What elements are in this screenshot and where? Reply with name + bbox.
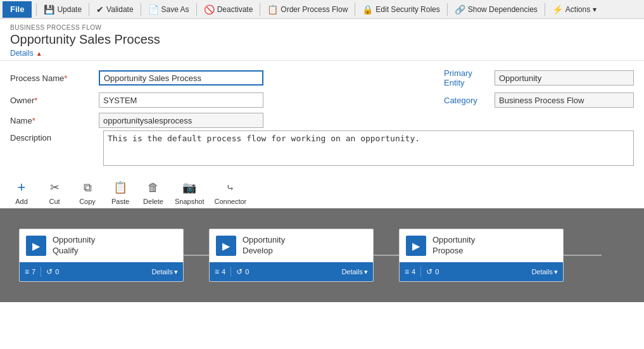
connector-line-2 <box>374 255 399 256</box>
stage-propose-steps: ≡ 4 <box>405 267 415 276</box>
loops-icon-3: ↺ <box>426 267 432 276</box>
actions-button[interactable]: ⚡ Actions ▾ <box>547 1 602 18</box>
deactivate-button[interactable]: 🚫 Deactivate <box>199 1 258 18</box>
stage-qualify-loops: ↺ 0 <box>46 267 59 276</box>
toolbar-separator-5 <box>260 3 260 16</box>
owner-input[interactable] <box>99 92 263 108</box>
paste-button[interactable]: 📋 Paste <box>109 179 132 205</box>
show-dependencies-button[interactable]: 🔗 Show Dependencies <box>450 1 543 18</box>
owner-label: Owner* <box>10 96 99 105</box>
stage-propose-details-btn[interactable]: Details ▾ <box>531 268 558 276</box>
steps-icon-3: ≡ <box>405 267 409 276</box>
loops-icon-1: ↺ <box>46 267 53 276</box>
process-name-label: Process Name* <box>10 73 99 83</box>
stage-propose-top: ▶ Opportunity Propose <box>400 229 563 262</box>
primary-entity-input <box>495 70 634 86</box>
toolbar-separator-6 <box>355 3 355 16</box>
copy-button[interactable]: ⧉ Copy <box>76 179 99 205</box>
stage-qualify-details-btn[interactable]: Details ▾ <box>151 268 178 276</box>
copy-icon: ⧉ <box>79 179 96 196</box>
canvas-area: ▶ Opportunity Qualify ≡ 7 ↺ 0 Details ▾ … <box>0 208 644 302</box>
cut-icon: ✂ <box>46 179 63 196</box>
process-toolbar: + Add ✂ Cut ⧉ Copy 📋 Paste 🗑 Delete 📷 Sn… <box>0 174 644 208</box>
stage-qualify-name: Opportunity Qualify <box>53 235 95 257</box>
required-marker-2: * <box>34 96 37 105</box>
page-header: BUSINESS PROCESS FLOW Opportunity Sales … <box>0 19 644 61</box>
stage-stat-sep-3 <box>420 267 421 277</box>
stage-propose-loops: ↺ 0 <box>426 267 439 276</box>
toolbar-separator-7 <box>447 3 448 16</box>
actions-chevron-icon: ▾ <box>593 5 597 14</box>
stage-propose-bottom: ≡ 4 ↺ 0 Details ▾ <box>400 262 563 281</box>
details-link[interactable]: Details ▲ <box>10 49 42 58</box>
description-textarea[interactable]: This is the default process flow for wor… <box>103 130 634 166</box>
primary-entity-label: Primary Entity <box>419 68 495 87</box>
edit-security-roles-icon: 🔒 <box>362 4 373 15</box>
stage-develop-details-btn[interactable]: Details ▾ <box>341 268 368 276</box>
stage-develop-loops: ↺ 0 <box>236 267 249 276</box>
connector-line-1 <box>184 255 209 256</box>
required-marker-3: * <box>32 116 35 125</box>
connector-line-end <box>564 255 602 256</box>
paste-icon: 📋 <box>111 179 129 196</box>
stage-develop[interactable]: ▶ Opportunity Develop ≡ 4 ↺ 0 Details ▾ <box>209 229 374 282</box>
stage-develop-steps: ≡ 4 <box>215 267 225 276</box>
toolbar-separator-2 <box>89 3 89 16</box>
name-label: Name* <box>10 116 99 125</box>
order-process-flow-icon: 📋 <box>267 4 278 15</box>
name-input[interactable] <box>99 113 263 128</box>
stage-propose-name: Opportunity Propose <box>432 235 475 257</box>
stage-qualify-icon: ▶ <box>26 236 46 256</box>
snapshot-icon: 📷 <box>180 179 198 196</box>
steps-icon-2: ≡ <box>215 267 219 276</box>
deactivate-icon: 🚫 <box>204 4 215 15</box>
form-grid: Process Name* Primary Entity Owner* Cate… <box>10 68 634 128</box>
loops-icon-2: ↺ <box>236 267 243 276</box>
toolbar-separator-8 <box>545 3 545 16</box>
add-icon: + <box>13 179 30 196</box>
cut-button[interactable]: ✂ Cut <box>43 179 66 205</box>
stage-develop-top: ▶ Opportunity Develop <box>210 229 373 262</box>
required-marker-1: * <box>64 73 67 83</box>
form-area: Process Name* Primary Entity Owner* Cate… <box>0 61 644 174</box>
details-chevron-icon-1: ▾ <box>174 268 178 276</box>
connector-button[interactable]: ⤷ Connector <box>214 179 246 205</box>
stage-qualify[interactable]: ▶ Opportunity Qualify ≡ 7 ↺ 0 Details ▾ <box>19 229 184 282</box>
details-chevron-icon-3: ▾ <box>554 268 558 276</box>
process-name-input[interactable] <box>99 70 263 86</box>
update-icon: 💾 <box>44 4 54 15</box>
stage-develop-bottom: ≡ 4 ↺ 0 Details ▾ <box>210 262 373 281</box>
show-dependencies-icon: 🔗 <box>455 4 465 15</box>
validate-button[interactable]: ✔ Validate <box>91 1 138 18</box>
stage-stat-sep-1 <box>41 267 41 277</box>
category-label: Category <box>419 96 495 105</box>
toolbar-separator-1 <box>36 3 37 16</box>
actions-icon: ⚡ <box>552 4 563 15</box>
save-as-icon: 📄 <box>148 4 159 15</box>
toolbar-separator-4 <box>196 3 197 16</box>
add-button[interactable]: + Add <box>10 179 33 205</box>
snapshot-button[interactable]: 📷 Snapshot <box>175 179 204 205</box>
save-as-button[interactable]: 📄 Save As <box>143 1 194 18</box>
stage-stat-sep-2 <box>230 267 231 277</box>
stage-develop-name: Opportunity Develop <box>243 235 285 257</box>
edit-security-roles-button[interactable]: 🔒 Edit Security Roles <box>357 1 445 18</box>
main-toolbar: File 💾 Update ✔ Validate 📄 Save As 🚫 Dea… <box>0 0 644 19</box>
order-process-flow-button[interactable]: 📋 Order Process Flow <box>262 1 353 18</box>
stage-qualify-steps: ≡ 7 <box>25 267 35 276</box>
steps-icon-1: ≡ <box>25 267 29 276</box>
update-button[interactable]: 💾 Update <box>39 1 87 18</box>
connector-icon: ⤷ <box>222 179 239 196</box>
page-title: Opportunity Sales Process <box>10 32 634 47</box>
chevron-up-icon: ▲ <box>36 50 42 57</box>
file-button[interactable]: File <box>3 1 32 18</box>
delete-icon: 🗑 <box>144 179 162 196</box>
validate-icon: ✔ <box>96 4 104 15</box>
description-label: Description <box>10 130 98 143</box>
delete-button[interactable]: 🗑 Delete <box>142 179 165 205</box>
stage-qualify-bottom: ≡ 7 ↺ 0 Details ▾ <box>20 262 183 281</box>
bpf-label: BUSINESS PROCESS FLOW <box>10 24 634 31</box>
stage-propose[interactable]: ▶ Opportunity Propose ≡ 4 ↺ 0 Details ▾ <box>399 229 564 282</box>
stage-qualify-top: ▶ Opportunity Qualify <box>20 229 183 262</box>
description-row: Description This is the default process … <box>10 130 634 166</box>
